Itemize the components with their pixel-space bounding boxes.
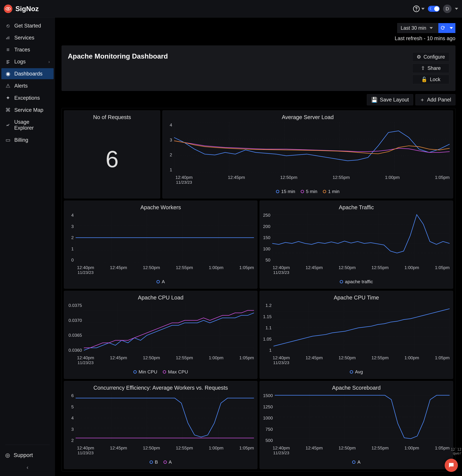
toggle-knob [434,6,439,11]
panel-concurrency-efficiency[interactable]: Concurrency Efficiency: Average Workers … [64,381,257,469]
brand-name: SigNoz [15,5,39,13]
sidebar-item-dashboards[interactable]: ◉ Dashboards [1,68,54,79]
sidebar-item-usage-explorer[interactable]: Usage Explorer [1,117,54,133]
x-tick: 12:55pm [333,175,350,185]
chevron-down-icon[interactable] [455,8,458,10]
save-layout-button[interactable]: 💾 Save Layout [367,94,413,105]
legend-item[interactable]: Min CPU [133,369,157,374]
legend-item[interactable]: apache traffic [340,279,373,284]
refresh-interval-dropdown[interactable] [447,23,455,33]
y-tick: 1 [166,167,172,172]
legend: apache traffic [260,275,452,286]
sidebar-item-traces[interactable]: ≡ Traces [1,44,54,55]
legend-item[interactable]: B [150,459,158,465]
panel-apache-scoreboard[interactable]: Apache Scoreboard15001250100075050012:40… [260,381,453,469]
chart-area: 43210 [65,213,257,263]
panel-avg-server-load[interactable]: Average Server Load432112:40pm11/23/2312… [163,110,453,198]
panel-apache-cpu-load[interactable]: Apache CPU Load0.03750.03700.03650.03601… [64,291,257,379]
sidebar-item-billing[interactable]: ▭ Billing [1,135,54,145]
lock-button[interactable]: 🔓 Lock [412,75,449,84]
x-tick: 1:05pm [239,445,254,455]
plot [274,303,450,353]
y-tick: 0 [67,257,74,263]
x-axis: 12:40pm11/23/2312:45pm12:50pm12:55pm1:00… [260,353,452,365]
sidebar-item-services[interactable]: Services [1,32,54,43]
legend-item[interactable]: Avg [350,369,363,374]
plot [174,122,450,172]
topbar-right: ☾ D [413,5,458,13]
sidebar-item-logs[interactable]: Logs › [1,56,54,67]
x-tick: 1:05pm [435,175,450,185]
list-icon: ≡ [5,47,11,53]
legend-item[interactable]: A [352,459,360,465]
sidebar-item-service-map[interactable]: ⌘ Service Map [1,104,54,116]
legend-item[interactable]: 1 min [323,189,340,194]
legend: Min CPUMax CPU [65,365,257,376]
y-tick: 500 [263,438,273,443]
x-tick: 1:00pm [404,355,419,365]
refresh-icon [440,26,445,30]
sidebar-item-get-started[interactable]: ⎋ Get Started [1,20,54,31]
x-tick: 12:50pm [143,445,160,455]
y-tick: 5 [67,404,74,409]
legend-label: Min CPU [139,369,157,374]
share-icon: ⇪ [421,65,425,71]
sidebar-item-label: Exceptions [14,95,40,101]
panel-title: Concurrency Efficiency: Average Workers … [65,384,257,393]
legend-item[interactable]: 15 min [276,189,295,194]
legend-item[interactable]: Max CPU [163,369,188,374]
theme-toggle[interactable]: ☾ [428,6,440,12]
refresh-button[interactable] [438,23,447,33]
y-tick: 1.05 [263,337,272,342]
x-tick: 12:40pm11/23/23 [77,445,94,455]
panel-no-of-requests[interactable]: No of Requests 6 [64,110,160,198]
y-tick: 1 [263,348,272,353]
y-tick: 1 [67,246,74,251]
panel-title: Apache CPU Load [65,294,257,303]
y-axis: 25020015010050 [263,213,272,263]
configure-button[interactable]: ⚙ Configure [412,52,449,62]
panel-apache-cpu-time[interactable]: Apache CPU Time1.21.151.11.05112:40pm11/… [260,291,453,379]
chart-area: 25020015010050 [260,213,452,263]
chevron-down-icon [421,8,425,10]
sidebar-collapse-button[interactable]: ‹ [25,463,30,472]
y-tick: 4 [67,416,74,421]
legend-item[interactable]: 5 min [301,189,317,194]
sidebar-item-exceptions[interactable]: ✦ Exceptions [1,92,54,103]
rocket-icon: ⎋ [5,23,11,29]
plot [76,213,254,263]
legend-item[interactable]: A [156,279,165,284]
x-tick: 1:00pm [385,175,400,185]
sidebar-item-alerts[interactable]: ⚠ Alerts [1,80,54,91]
time-range-label: Last 30 min [401,25,426,31]
chat-widget-button[interactable] [445,459,458,472]
sidebar-item-support[interactable]: ◎ Support [1,450,54,461]
x-axis: 12:40pm11/23/2312:45pm12:50pm12:55pm1:00… [260,263,452,275]
series-5-min [174,141,450,153]
topbar: SigNoz ☾ D [0,0,462,17]
align-left-icon [5,60,11,64]
panel-title: Average Server Load [163,113,452,122]
share-button[interactable]: ⇪ Share [412,64,449,73]
sidebar-item-label: Get Started [14,23,41,29]
plot [275,393,450,443]
user-avatar[interactable]: D [443,5,452,13]
legend-item[interactable]: A [163,459,172,465]
x-tick: 12:50pm [143,355,160,365]
main: Last 30 min Last refresh - 10 mins ago A… [55,17,462,476]
help-dropdown[interactable] [413,5,425,12]
panel-title: No of Requests [65,113,160,122]
panel-apache-traffic[interactable]: Apache Traffic2502001501005012:40pm11/23… [260,201,453,289]
y-tick: 3 [67,224,74,229]
x-tick: 12:55pm [372,265,389,275]
chat-icon [448,462,455,469]
y-tick: 2 [67,438,74,443]
panel-apache-workers[interactable]: Apache Workers4321012:40pm11/23/2312:45p… [64,201,257,289]
x-tick: 12:55pm [176,265,193,275]
legend-label: A [357,459,360,465]
add-panel-button[interactable]: ＋ Add Panel [415,94,455,105]
x-tick: 12:50pm [339,445,356,455]
x-tick: 1:05pm [435,265,450,275]
time-range-select[interactable]: Last 30 min [397,23,438,33]
legend: 15 min5 min1 min [163,185,452,196]
